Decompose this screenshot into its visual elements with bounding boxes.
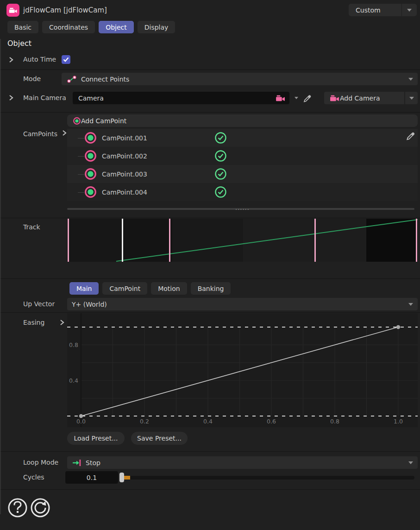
mode-dropdown[interactable]: Connect Points <box>62 73 418 85</box>
tab-basic[interactable]: Basic <box>7 21 38 33</box>
check-circle-icon[interactable] <box>214 150 227 162</box>
easing-graph[interactable]: 0.40.80.00.20.40.60.81.0 <box>67 313 418 427</box>
preset-dropdown-arrow[interactable] <box>401 4 417 16</box>
list-item[interactable]: CamPoint.004 <box>67 183 418 201</box>
track-marker-campoint[interactable] <box>314 219 316 262</box>
cycles-label: Cycles <box>23 471 44 484</box>
check-circle-icon[interactable] <box>214 168 227 180</box>
save-preset-button[interactable]: Save Preset... <box>131 432 188 445</box>
tab-coordinates[interactable]: Coordinates <box>42 21 95 33</box>
campoint-name: CamPoint.002 <box>102 152 147 160</box>
auto-time-checkbox[interactable] <box>62 55 70 64</box>
svg-text:0.0: 0.0 <box>76 418 86 425</box>
cycles-value-field[interactable]: 0.1 <box>65 471 118 484</box>
auto-time-label: Auto Time <box>23 53 56 66</box>
tab-object[interactable]: Object <box>99 21 134 33</box>
expand-chevron-icon[interactable] <box>8 95 14 101</box>
track-marker-campoint[interactable] <box>416 219 417 262</box>
campoint-name: CamPoint.003 <box>102 170 147 178</box>
chevron-down-icon <box>408 303 413 306</box>
help-button[interactable] <box>6 497 29 519</box>
list-item[interactable]: CamPoint.002 <box>67 147 418 165</box>
add-camera-label: Add Camera <box>340 95 380 102</box>
list-item[interactable]: CamPoint.003 <box>67 165 418 183</box>
expand-chevron-icon[interactable] <box>62 130 67 136</box>
campoint-name: CamPoint.001 <box>102 134 147 142</box>
main-camera-field[interactable]: Camera <box>73 92 289 104</box>
subtab-motion[interactable]: Motion <box>151 282 187 295</box>
camera-icon <box>330 94 340 102</box>
loop-mode-value: Stop <box>86 459 100 467</box>
campoint-name: CamPoint.004 <box>102 189 147 196</box>
load-preset-button[interactable]: Load Preset... <box>67 432 125 445</box>
expand-chevron-icon[interactable] <box>8 57 14 63</box>
preset-dropdown[interactable]: Custom <box>349 4 417 16</box>
chevron-down-icon <box>408 461 413 464</box>
tree-connector <box>78 192 84 193</box>
campoint-icon <box>84 186 97 198</box>
preset-dropdown-value: Custom <box>349 6 381 14</box>
mode-label: Mode <box>23 73 41 85</box>
cycles-value: 0.1 <box>87 474 97 481</box>
panel-title: jdFlowCam [jdFlowCam] <box>23 6 107 14</box>
list-resize-handle[interactable]: ······ <box>67 207 418 213</box>
add-campoint-button[interactable]: Add CamPoint <box>67 114 418 127</box>
campoint-icon <box>84 168 97 180</box>
expand-chevron-icon[interactable] <box>59 319 65 326</box>
camera-select-arrow[interactable] <box>292 92 301 104</box>
loop-mode-dropdown[interactable]: Stop <box>67 456 418 469</box>
subtab-banking[interactable]: Banking <box>191 282 231 295</box>
slider-handle[interactable] <box>119 473 124 482</box>
list-item[interactable]: CamPoint.001 <box>67 129 418 147</box>
subtab-campoint[interactable]: CamPoint <box>102 282 147 295</box>
svg-text:0.8: 0.8 <box>330 418 339 425</box>
panel-edge[interactable] <box>0 39 1 514</box>
track-marker-campoint[interactable] <box>68 219 69 262</box>
reset-button[interactable] <box>29 497 51 519</box>
campoints-list: CamPoint.001CamPoint.002CamPoint.003CamP… <box>67 129 418 201</box>
campoints-label: CamPoints <box>23 128 57 140</box>
divider <box>0 451 420 452</box>
tree-connector <box>78 174 84 175</box>
add-campoint-label: Add CamPoint <box>81 117 126 125</box>
tree-connector <box>78 138 84 139</box>
main-tabs: Basic Coordinates Object Display <box>7 21 175 33</box>
divider <box>0 112 420 113</box>
svg-text:0.6: 0.6 <box>267 418 276 425</box>
easing-label: Easing <box>23 316 44 329</box>
chevron-down-icon <box>408 78 413 81</box>
cycles-slider[interactable] <box>119 471 414 484</box>
slider-track <box>121 476 414 480</box>
divider <box>0 278 420 279</box>
jdflowcam-logo-icon <box>6 4 19 17</box>
track-label: Track <box>23 221 40 233</box>
add-camera-button[interactable]: Add Camera <box>324 92 404 104</box>
svg-text:0.8: 0.8 <box>69 341 78 348</box>
check-circle-icon[interactable] <box>214 132 227 144</box>
up-vector-dropdown[interactable]: Y+ (World) <box>67 298 418 310</box>
chevron-down-icon <box>409 97 414 100</box>
tab-display[interactable]: Display <box>138 21 176 33</box>
track-path-line <box>67 219 418 262</box>
divider <box>0 489 420 490</box>
eyedropper-icon[interactable] <box>302 92 313 104</box>
main-camera-label: Main Camera <box>23 92 66 104</box>
tree-connector <box>78 156 84 157</box>
divider <box>0 69 420 70</box>
stop-loop-icon <box>72 459 82 467</box>
section-title: Object <box>7 39 31 48</box>
connect-points-icon <box>66 75 77 83</box>
mode-value: Connect Points <box>81 76 129 83</box>
track-playhead[interactable] <box>122 219 123 262</box>
up-vector-value: Y+ (World) <box>72 301 107 308</box>
subtab-main[interactable]: Main <box>69 282 99 295</box>
track-marker-campoint[interactable] <box>169 219 170 262</box>
check-circle-icon[interactable] <box>214 186 227 198</box>
jdflowcam-panel: jdFlowCam [jdFlowCam] Custom Basic Coord… <box>0 0 420 530</box>
track-canvas[interactable] <box>67 219 418 262</box>
add-camera-arrow[interactable] <box>405 92 418 104</box>
svg-text:0.4: 0.4 <box>203 418 213 425</box>
loop-mode-label: Loop Mode <box>23 456 58 469</box>
up-vector-label: Up Vector <box>23 298 55 310</box>
eyedropper-icon[interactable] <box>405 130 417 142</box>
